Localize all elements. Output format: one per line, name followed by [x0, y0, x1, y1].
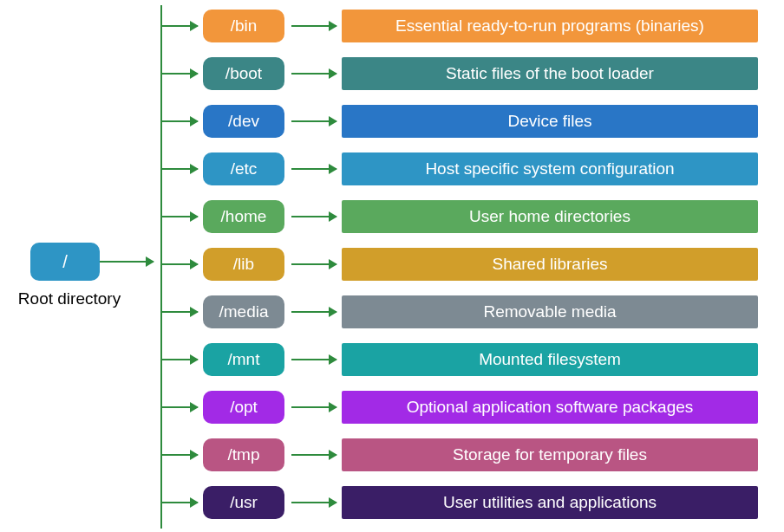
- directory-name-box: /tmp: [203, 438, 284, 471]
- directory-name-box: /boot: [203, 57, 284, 90]
- branch-arrow-icon: [161, 359, 198, 360]
- directory-name: /boot: [225, 64, 262, 83]
- directory-description-box: User home directories: [342, 200, 758, 233]
- directory-name-box: /lib: [203, 248, 284, 281]
- directory-name: /mnt: [228, 350, 260, 369]
- desc-arrow-icon: [291, 263, 336, 265]
- directory-description-box: Optional application software packages: [342, 391, 758, 424]
- directory-description-box: Shared libraries: [342, 248, 758, 281]
- root-node: /: [30, 243, 100, 281]
- directory-row: /tmpStorage for temporary files: [161, 438, 758, 472]
- directory-description: Host specific system configuration: [425, 159, 674, 178]
- desc-arrow-icon: [291, 454, 336, 456]
- directory-description: Optional application software packages: [407, 398, 694, 417]
- desc-arrow-icon: [291, 359, 336, 360]
- directory-description: Device files: [507, 112, 591, 131]
- directory-row: /homeUser home directories: [161, 199, 758, 234]
- branch-arrow-icon: [161, 73, 198, 75]
- directory-name: /etc: [231, 159, 258, 178]
- directory-description: User utilities and applications: [443, 493, 657, 512]
- branch-arrow-icon: [161, 406, 198, 408]
- desc-arrow-icon: [291, 25, 336, 27]
- directory-description-box: Storage for temporary files: [342, 438, 758, 471]
- desc-arrow-icon: [291, 406, 336, 408]
- desc-arrow-icon: [291, 168, 336, 170]
- directory-name-box: /dev: [203, 105, 284, 138]
- directory-name: /dev: [228, 112, 259, 131]
- directory-description-box: Device files: [342, 105, 758, 138]
- branch-arrow-icon: [161, 168, 198, 170]
- branch-arrow-icon: [161, 120, 198, 122]
- branch-arrow-icon: [161, 216, 198, 217]
- directory-name-box: /bin: [203, 10, 284, 42]
- branch-arrow-icon: [161, 263, 198, 265]
- directory-description-box: Essential ready-to-run programs (binarie…: [342, 10, 758, 42]
- branch-arrow-icon: [161, 454, 198, 456]
- directory-description: Static files of the boot loader: [446, 64, 654, 83]
- directory-name: /opt: [230, 398, 258, 417]
- directory-row: /libShared libraries: [161, 247, 758, 282]
- directory-description-box: User utilities and applications: [342, 486, 758, 519]
- directory-description-box: Mounted filesystem: [342, 343, 758, 376]
- desc-arrow-icon: [291, 120, 336, 122]
- directory-name: /lib: [233, 255, 254, 274]
- branch-arrow-icon: [161, 25, 198, 27]
- desc-arrow-icon: [291, 502, 336, 503]
- root-arrow: [100, 261, 154, 263]
- directory-name-box: /opt: [203, 391, 284, 424]
- directory-description-box: Removable media: [342, 295, 758, 328]
- directory-description: Removable media: [483, 302, 616, 321]
- directory-name-box: /mnt: [203, 343, 284, 376]
- directory-description-box: Host specific system configuration: [342, 152, 758, 185]
- directory-row: /binEssential ready-to-run programs (bin…: [161, 9, 758, 43]
- directory-name-box: /usr: [203, 486, 284, 519]
- directory-row: /devDevice files: [161, 104, 758, 139]
- directory-row: /optOptional application software packag…: [161, 390, 758, 425]
- branch-arrow-icon: [161, 311, 198, 313]
- desc-arrow-icon: [291, 311, 336, 313]
- directory-name: /home: [221, 207, 267, 226]
- directory-name: /media: [219, 302, 268, 321]
- directory-row: /usrUser utilities and applications: [161, 485, 758, 520]
- directory-description: User home directories: [469, 207, 630, 226]
- directory-row: /mediaRemovable media: [161, 295, 758, 329]
- directory-row: /etcHost specific system configuration: [161, 152, 758, 186]
- directory-name: /bin: [231, 16, 258, 36]
- directory-description: Essential ready-to-run programs (binarie…: [395, 16, 704, 36]
- directory-name-box: /home: [203, 200, 284, 233]
- directory-name: /tmp: [228, 445, 260, 464]
- desc-arrow-icon: [291, 216, 336, 217]
- desc-arrow-icon: [291, 73, 336, 75]
- directory-row: /bootStatic files of the boot loader: [161, 56, 758, 91]
- directory-description: Shared libraries: [492, 255, 607, 274]
- directory-description: Mounted filesystem: [479, 350, 621, 369]
- root-label: Root directory: [9, 289, 130, 308]
- directory-description: Storage for temporary files: [453, 445, 647, 464]
- directory-name-box: /etc: [203, 152, 284, 185]
- directory-description-box: Static files of the boot loader: [342, 57, 758, 90]
- directory-name: /usr: [230, 493, 258, 512]
- branch-arrow-icon: [161, 502, 198, 503]
- directory-name-box: /media: [203, 295, 284, 328]
- root-symbol: /: [62, 252, 68, 272]
- directory-row: /mntMounted filesystem: [161, 342, 758, 377]
